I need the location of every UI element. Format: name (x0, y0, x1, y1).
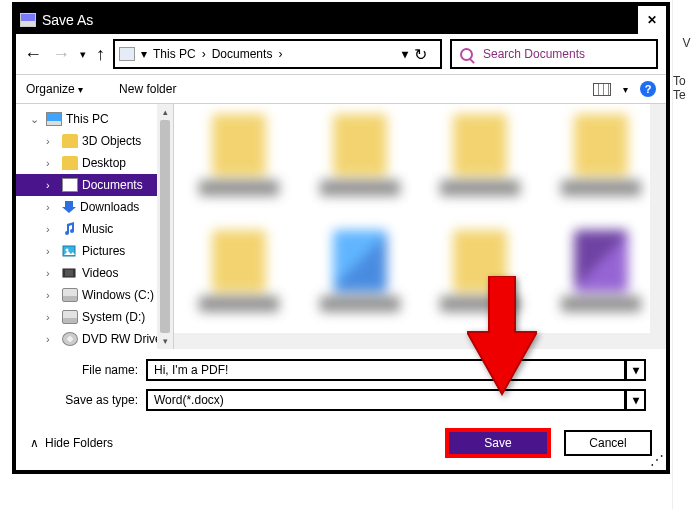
tree-item-label: Documents (82, 178, 143, 192)
view-drop-icon[interactable]: ▾ (623, 84, 628, 95)
breadcrumb-sep-2[interactable]: › (276, 47, 284, 61)
toolbar: Organize ▾ New folder ▾ ? (16, 74, 666, 104)
tree-scrollbar[interactable]: ▴ ▾ (157, 104, 173, 349)
save-button[interactable]: Save (446, 429, 550, 457)
hide-folders-label: Hide Folders (45, 436, 113, 450)
app-icon (20, 13, 36, 27)
view-options-icon[interactable] (593, 83, 611, 96)
tree-item-system-d-[interactable]: ›System (D:) (16, 306, 173, 328)
expand-icon[interactable]: ⌄ (30, 113, 42, 126)
tree-item-label: Downloads (80, 200, 139, 214)
tree-item-label: Desktop (82, 156, 126, 170)
filename-label: File name: (36, 363, 146, 377)
expand-icon[interactable]: › (46, 245, 58, 257)
expand-icon[interactable]: › (46, 267, 58, 279)
new-folder-button[interactable]: New folder (119, 82, 176, 96)
search-placeholder: Search Documents (483, 47, 585, 61)
tree-item-label: Windows (C:) (82, 288, 154, 302)
address-bar[interactable]: ▾ This PC › Documents › ▾ ↻ (113, 39, 442, 69)
breadcrumb-documents[interactable]: Documents (208, 47, 277, 61)
expand-icon[interactable]: › (46, 311, 58, 323)
back-button[interactable]: ← (24, 44, 42, 65)
tree-item-label: Music (82, 222, 113, 236)
tree-item-label: 3D Objects (82, 134, 141, 148)
bg-letter-v: V (682, 36, 690, 50)
location-icon (119, 47, 135, 61)
pc-icon (46, 112, 62, 126)
docpg-icon (62, 178, 78, 192)
tree-item-dvd-rw-drive[interactable]: ›DVD RW Drive (16, 328, 173, 349)
file-scrollbar-v[interactable] (650, 104, 666, 333)
scroll-thumb[interactable] (160, 120, 170, 333)
tree-item-label: Videos (82, 266, 118, 280)
tree-item-label: Pictures (82, 244, 125, 258)
file-list[interactable] (174, 104, 666, 349)
filename-input[interactable] (146, 359, 626, 381)
background-panel: V To Te (672, 0, 700, 509)
dialog-footer: ∧ Hide Folders Save Cancel ⋰ (16, 415, 666, 465)
help-button[interactable]: ? (640, 81, 656, 97)
filetype-drop[interactable]: ▾ (626, 389, 646, 411)
cancel-button[interactable]: Cancel (564, 430, 652, 456)
expand-icon[interactable]: › (46, 179, 58, 191)
filetype-input[interactable] (146, 389, 626, 411)
tree-item-this-pc[interactable]: ⌄This PC (16, 108, 173, 130)
tree-item-windows-c-[interactable]: ›Windows (C:) (16, 284, 173, 306)
tree-item-pictures[interactable]: ›Pictures (16, 240, 173, 262)
hide-folders-toggle[interactable]: ∧ Hide Folders (30, 436, 113, 450)
tree-item-music[interactable]: ›Music (16, 218, 173, 240)
folder-icon (62, 156, 78, 170)
forward-drop[interactable]: ▾ (80, 48, 86, 61)
titlebar: Save As ✕ (16, 6, 666, 34)
search-input[interactable]: Search Documents (450, 39, 658, 69)
close-icon: ✕ (647, 13, 657, 27)
dialog-title: Save As (42, 12, 93, 28)
breadcrumb-thispc[interactable]: This PC (149, 47, 200, 61)
drive-icon (62, 288, 78, 302)
forward-button[interactable]: → (52, 44, 70, 65)
tree-item-videos[interactable]: ›Videos (16, 262, 173, 284)
expand-icon[interactable]: › (46, 223, 58, 235)
search-icon (460, 48, 473, 61)
bg-letter-to: To Te (673, 74, 700, 102)
file-scrollbar-h[interactable] (174, 333, 650, 349)
chevron-down-icon[interactable]: ▾ (139, 47, 149, 61)
tree-item-desktop[interactable]: ›Desktop (16, 152, 173, 174)
expand-icon[interactable]: › (46, 135, 58, 147)
tree-item-label: DVD RW Drive (82, 332, 162, 346)
scroll-down-icon[interactable]: ▾ (157, 333, 173, 349)
expand-icon[interactable]: › (46, 289, 58, 301)
scroll-up-icon[interactable]: ▴ (157, 104, 173, 120)
chevron-down-icon: ▾ (78, 84, 83, 95)
tree-item-documents[interactable]: ›Documents (16, 174, 173, 196)
filename-drop[interactable]: ▾ (626, 359, 646, 381)
drive-icon (62, 310, 78, 324)
organize-menu[interactable]: Organize ▾ (26, 82, 83, 96)
resize-grip-icon[interactable]: ⋰ (650, 455, 664, 465)
dl-icon (62, 200, 76, 214)
up-button[interactable]: ↑ (96, 44, 105, 65)
save-as-dialog: Save As ✕ ← → ▾ ↑ ▾ This PC › Documents … (12, 2, 670, 474)
tree-item-label: This PC (66, 112, 109, 126)
breadcrumb-sep-1[interactable]: › (200, 47, 208, 61)
folder-tree[interactable]: ⌄This PC›3D Objects›Desktop›Documents›Do… (16, 104, 174, 349)
pic-icon (62, 244, 78, 258)
caret-up-icon: ∧ (30, 436, 39, 450)
nav-row: ← → ▾ ↑ ▾ This PC › Documents › ▾ ↻ Sear… (16, 34, 666, 74)
input-fields: File name: ▾ Save as type: ▾ (16, 349, 666, 415)
tree-item-label: System (D:) (82, 310, 145, 324)
tree-item-3d-objects[interactable]: ›3D Objects (16, 130, 173, 152)
expand-icon[interactable]: › (46, 157, 58, 169)
expand-icon[interactable]: › (46, 201, 58, 213)
refresh-button[interactable]: ↻ (408, 45, 432, 64)
close-button[interactable]: ✕ (638, 6, 666, 34)
folder-icon (62, 134, 78, 148)
music-icon (62, 222, 78, 236)
filetype-label: Save as type: (36, 393, 146, 407)
tree-item-downloads[interactable]: ›Downloads (16, 196, 173, 218)
disc-icon (62, 332, 78, 346)
vid-icon (62, 266, 78, 280)
svg-rect-4 (73, 269, 75, 277)
svg-rect-3 (63, 269, 65, 277)
expand-icon[interactable]: › (46, 333, 58, 345)
